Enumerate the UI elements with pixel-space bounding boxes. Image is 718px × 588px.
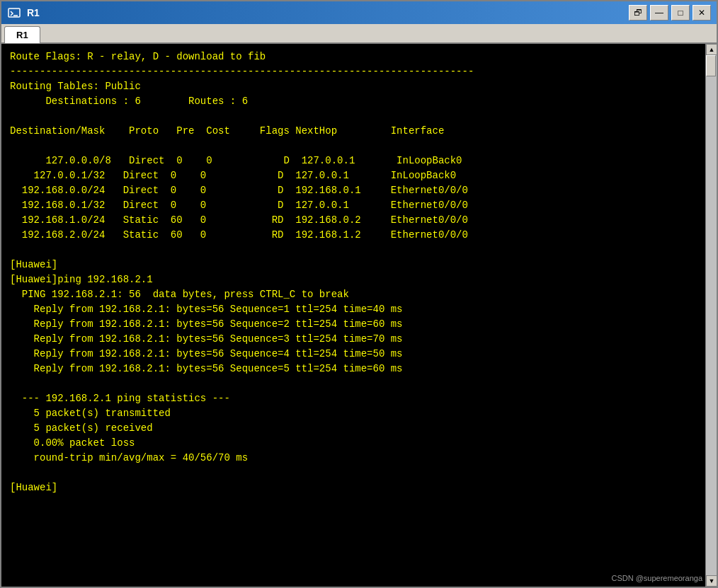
scroll-up-button[interactable]: ▲	[706, 44, 717, 55]
title-bar-left: R1	[7, 6, 40, 20]
terminal-container: Route Flags: R - relay, D - download to …	[1, 44, 717, 587]
tab-bar: R1	[1, 24, 717, 44]
tab-r1[interactable]: R1	[4, 26, 40, 43]
minimize-button[interactable]: —	[650, 5, 668, 21]
window-title: R1	[27, 7, 40, 18]
terminal-output[interactable]: Route Flags: R - relay, D - download to …	[1, 44, 705, 587]
restore-button[interactable]: 🗗	[629, 5, 647, 21]
window-controls: 🗗 — □ ✕	[629, 5, 711, 21]
title-bar: R1 🗗 — □ ✕	[1, 1, 717, 24]
scrollbar-thumb[interactable]	[706, 55, 716, 76]
close-button[interactable]: ✕	[693, 5, 711, 21]
app-icon	[7, 6, 21, 20]
scrollbar-track[interactable]	[706, 55, 717, 575]
main-window: R1 🗗 — □ ✕ R1 Route Flags: R - relay, D …	[0, 0, 718, 588]
maximize-button[interactable]: □	[671, 5, 690, 21]
scroll-down-button[interactable]: ▼	[706, 575, 717, 587]
scrollbar[interactable]: ▲ ▼	[705, 44, 717, 587]
